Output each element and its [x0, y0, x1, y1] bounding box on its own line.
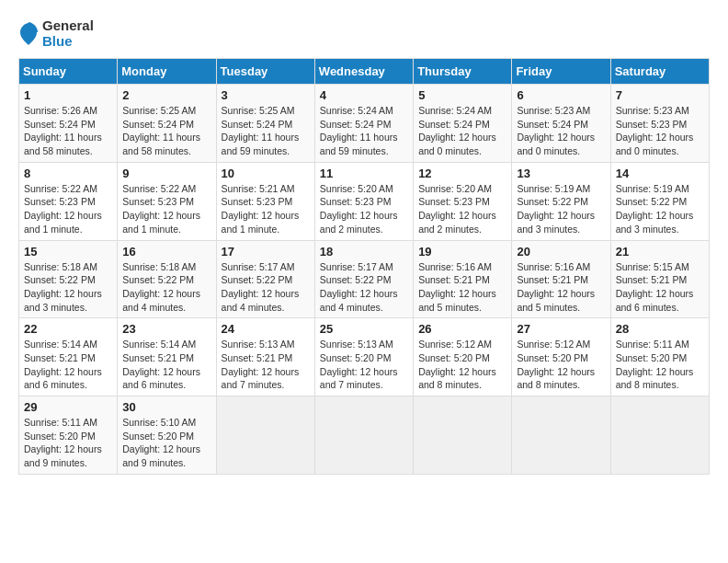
calendar-empty	[610, 396, 709, 475]
calendar-day-30: 30Sunrise: 5:10 AM Sunset: 5:20 PM Dayli…	[118, 396, 216, 475]
calendar-day-21: 21Sunrise: 5:15 AM Sunset: 5:21 PM Dayli…	[610, 240, 709, 318]
calendar-day-20: 20Sunrise: 5:16 AM Sunset: 5:21 PM Dayli…	[512, 240, 610, 318]
page-header: General Blue	[18, 18, 710, 49]
weekday-header-tuesday: Tuesday	[216, 59, 314, 85]
calendar-week-5: 29Sunrise: 5:11 AM Sunset: 5:20 PM Dayli…	[19, 396, 710, 475]
calendar-day-13: 13Sunrise: 5:19 AM Sunset: 5:22 PM Dayli…	[512, 162, 610, 240]
calendar-day-7: 7Sunrise: 5:23 AM Sunset: 5:23 PM Daylig…	[610, 85, 709, 163]
calendar-day-18: 18Sunrise: 5:17 AM Sunset: 5:22 PM Dayli…	[314, 240, 413, 318]
calendar-week-4: 22Sunrise: 5:14 AM Sunset: 5:21 PM Dayli…	[19, 318, 710, 396]
calendar-day-26: 26Sunrise: 5:12 AM Sunset: 5:20 PM Dayli…	[414, 318, 512, 396]
logo-blue: Blue	[42, 34, 94, 50]
calendar-day-16: 16Sunrise: 5:18 AM Sunset: 5:22 PM Dayli…	[118, 240, 216, 318]
weekday-header-wednesday: Wednesday	[314, 59, 413, 85]
weekday-header-saturday: Saturday	[610, 59, 709, 85]
calendar-empty	[414, 396, 512, 475]
calendar-day-12: 12Sunrise: 5:20 AM Sunset: 5:23 PM Dayli…	[414, 162, 512, 240]
calendar-table: SundayMondayTuesdayWednesdayThursdayFrid…	[18, 58, 710, 475]
calendar-day-1: 1Sunrise: 5:26 AM Sunset: 5:24 PM Daylig…	[19, 85, 118, 163]
logo-bird-icon	[18, 21, 39, 47]
weekday-header-row: SundayMondayTuesdayWednesdayThursdayFrid…	[19, 59, 710, 85]
weekday-header-monday: Monday	[118, 59, 216, 85]
calendar-day-19: 19Sunrise: 5:16 AM Sunset: 5:21 PM Dayli…	[414, 240, 512, 318]
weekday-header-friday: Friday	[512, 59, 610, 85]
calendar-day-11: 11Sunrise: 5:20 AM Sunset: 5:23 PM Dayli…	[314, 162, 413, 240]
calendar-day-23: 23Sunrise: 5:14 AM Sunset: 5:21 PM Dayli…	[118, 318, 216, 396]
calendar-day-3: 3Sunrise: 5:25 AM Sunset: 5:24 PM Daylig…	[216, 85, 314, 163]
calendar-day-15: 15Sunrise: 5:18 AM Sunset: 5:22 PM Dayli…	[19, 240, 118, 318]
calendar-day-6: 6Sunrise: 5:23 AM Sunset: 5:24 PM Daylig…	[512, 85, 610, 163]
weekday-header-sunday: Sunday	[19, 59, 118, 85]
calendar-week-3: 15Sunrise: 5:18 AM Sunset: 5:22 PM Dayli…	[19, 240, 710, 318]
calendar-day-4: 4Sunrise: 5:24 AM Sunset: 5:24 PM Daylig…	[314, 85, 413, 163]
calendar-day-8: 8Sunrise: 5:22 AM Sunset: 5:23 PM Daylig…	[19, 162, 118, 240]
calendar-day-29: 29Sunrise: 5:11 AM Sunset: 5:20 PM Dayli…	[19, 396, 118, 475]
logo-general: General	[42, 18, 94, 34]
calendar-day-28: 28Sunrise: 5:11 AM Sunset: 5:20 PM Dayli…	[610, 318, 709, 396]
calendar-day-24: 24Sunrise: 5:13 AM Sunset: 5:21 PM Dayli…	[216, 318, 314, 396]
calendar-day-10: 10Sunrise: 5:21 AM Sunset: 5:23 PM Dayli…	[216, 162, 314, 240]
calendar-day-14: 14Sunrise: 5:19 AM Sunset: 5:22 PM Dayli…	[610, 162, 709, 240]
calendar-day-5: 5Sunrise: 5:24 AM Sunset: 5:24 PM Daylig…	[414, 85, 512, 163]
calendar-day-2: 2Sunrise: 5:25 AM Sunset: 5:24 PM Daylig…	[118, 85, 216, 163]
calendar-day-22: 22Sunrise: 5:14 AM Sunset: 5:21 PM Dayli…	[19, 318, 118, 396]
calendar-empty	[314, 396, 413, 475]
logo: General Blue	[18, 18, 94, 49]
weekday-header-thursday: Thursday	[414, 59, 512, 85]
calendar-day-9: 9Sunrise: 5:22 AM Sunset: 5:23 PM Daylig…	[118, 162, 216, 240]
calendar-day-25: 25Sunrise: 5:13 AM Sunset: 5:20 PM Dayli…	[314, 318, 413, 396]
calendar-empty	[216, 396, 314, 475]
calendar-week-1: 1Sunrise: 5:26 AM Sunset: 5:24 PM Daylig…	[19, 85, 710, 163]
calendar-empty	[512, 396, 610, 475]
calendar-day-27: 27Sunrise: 5:12 AM Sunset: 5:20 PM Dayli…	[512, 318, 610, 396]
calendar-week-2: 8Sunrise: 5:22 AM Sunset: 5:23 PM Daylig…	[19, 162, 710, 240]
calendar-day-17: 17Sunrise: 5:17 AM Sunset: 5:22 PM Dayli…	[216, 240, 314, 318]
